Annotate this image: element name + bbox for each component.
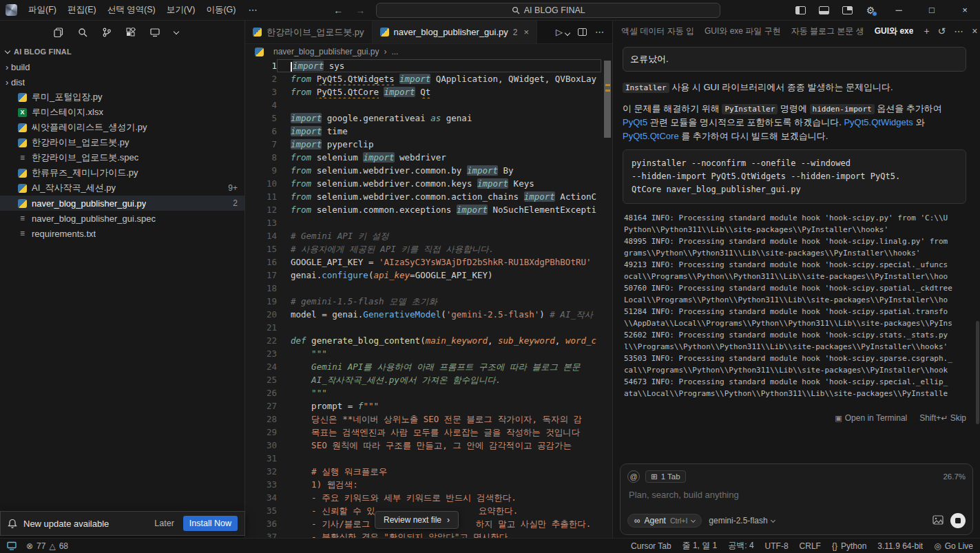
scrollbar-thumb[interactable] bbox=[604, 61, 611, 138]
chat-tab[interactable]: GUI와 exe 파일 구현 bbox=[705, 25, 781, 37]
line-number[interactable]: 24 bbox=[245, 360, 277, 373]
line-number[interactable]: 17 bbox=[245, 269, 277, 282]
tree-item[interactable]: ›build bbox=[0, 59, 244, 74]
status-item[interactable]: 줄 1, 열 1 bbox=[682, 540, 718, 552]
line-number[interactable]: 26 bbox=[245, 386, 277, 399]
line-content[interactable]: from PyQt5.QtWidgets import QApplication… bbox=[277, 72, 601, 85]
symbol-link[interactable]: PyQt5.QtCore bbox=[623, 131, 679, 141]
line-number[interactable]: 22 bbox=[245, 334, 277, 347]
context-tab-chip[interactable]: ⊞ 1 Tab bbox=[645, 470, 686, 483]
menu-overflow-icon[interactable]: ⋯ bbox=[243, 3, 263, 17]
remote-indicator-icon[interactable] bbox=[7, 541, 17, 550]
line-number[interactable]: 16 bbox=[245, 255, 277, 269]
status-item[interactable]: 3.11.9 64-bit bbox=[877, 541, 923, 551]
settings-gear-icon[interactable]: ⚙ bbox=[860, 1, 881, 19]
tree-item[interactable]: 루미_포털입장.py bbox=[0, 90, 244, 105]
code-line[interactable]: 31 bbox=[245, 452, 612, 465]
code-line[interactable]: 27 prompt = f""" bbox=[245, 399, 612, 413]
line-content[interactable]: from selenium.webdriver.common.action_ch… bbox=[277, 190, 601, 203]
line-number[interactable]: 1 bbox=[245, 59, 277, 72]
breadcrumb-file[interactable]: naver_blog_publisher_gui.py bbox=[273, 47, 379, 56]
line-content[interactable]: genai.configure(api_key=GOOGLE_API_KEY) bbox=[277, 269, 601, 282]
line-content[interactable]: - 불확실한 경우 "확인되지 않았다"고 명시한다. bbox=[277, 530, 601, 538]
line-content[interactable]: """ bbox=[277, 347, 601, 360]
line-content[interactable]: from selenium.common.exceptions import N… bbox=[277, 203, 601, 216]
code-editor[interactable]: 1import sys2from PyQt5.QtWidgets import … bbox=[245, 59, 612, 538]
line-number[interactable]: 37 bbox=[245, 530, 277, 538]
customize-layout-icon[interactable] bbox=[837, 1, 857, 19]
code-line[interactable]: 21 bbox=[245, 321, 612, 334]
command-center-search[interactable]: AI BLOG FINAL bbox=[376, 3, 720, 18]
status-item[interactable]: Cursor Tab bbox=[631, 541, 671, 551]
tree-item[interactable]: AI_작사작곡_세션.py9+ bbox=[0, 180, 244, 196]
line-content[interactable] bbox=[277, 282, 601, 295]
explorer-root-header[interactable]: AI BLOG FINAL bbox=[0, 44, 244, 59]
line-number[interactable]: 31 bbox=[245, 452, 277, 465]
skip-button[interactable]: Shift+↵ Skip bbox=[919, 413, 966, 423]
problems-indicator[interactable]: ⊗ 77 △ 68 bbox=[26, 541, 68, 551]
agent-mode-selector[interactable]: ∞ Agent Ctrl+I bbox=[627, 514, 702, 528]
line-number[interactable]: 4 bbox=[245, 98, 277, 112]
code-line[interactable]: 8from selenium import webdriver bbox=[245, 151, 612, 164]
code-line[interactable]: 15# 사용자에게 제공된 API 키를 직접 사용합니다. bbox=[245, 242, 612, 255]
tree-item[interactable]: ›dist bbox=[0, 74, 244, 90]
line-number[interactable]: 12 bbox=[245, 203, 277, 216]
line-number[interactable]: 10 bbox=[245, 177, 277, 190]
code-line[interactable]: 32 # 실행 워크플로우 bbox=[245, 465, 612, 478]
line-content[interactable]: AI_작사작곡_세션.py에서 가져온 함수입니다. bbox=[277, 373, 601, 386]
chevron-down-icon[interactable] bbox=[174, 28, 179, 34]
minimize-button[interactable]: ─ bbox=[884, 0, 914, 20]
line-number[interactable]: 27 bbox=[245, 399, 277, 413]
remote-explorer-icon[interactable] bbox=[150, 28, 160, 37]
code-line[interactable]: 29 목표는 검색엔진과 사람 모두를 사로잡는 글을 작성하는 것입니다 bbox=[245, 426, 612, 439]
chat-tab[interactable]: 자동 블로그 본문 생 bbox=[791, 25, 864, 37]
chat-tab[interactable]: GUI와 exe bbox=[875, 25, 914, 37]
line-content[interactable]: SEO 원칙에 따라 구조를 만들고, 그 안에 감각적이고 공감가는 bbox=[277, 439, 601, 452]
code-line[interactable]: 2from PyQt5.QtWidgets import QApplicatio… bbox=[245, 72, 612, 85]
code-line[interactable]: 25 AI_작사작곡_세션.py에서 가져온 함수입니다. bbox=[245, 373, 612, 386]
line-content[interactable]: prompt = f""" bbox=[277, 399, 601, 413]
line-number[interactable]: 23 bbox=[245, 347, 277, 360]
line-number[interactable]: 30 bbox=[245, 439, 277, 452]
code-line[interactable]: 22def generate_blog_content(main_keyword… bbox=[245, 334, 612, 347]
code-line[interactable]: 33 1) 웹검색: bbox=[245, 478, 612, 491]
chat-input-placeholder[interactable]: Plan, search, build anything bbox=[629, 490, 964, 500]
line-number[interactable]: 8 bbox=[245, 151, 277, 164]
line-content[interactable] bbox=[277, 98, 601, 112]
line-number[interactable]: 32 bbox=[245, 465, 277, 478]
code-line[interactable]: 23 """ bbox=[245, 347, 612, 360]
line-content[interactable]: def generate_blog_content(main_keyword, … bbox=[277, 334, 601, 347]
code-line[interactable]: 14# Gemini API 키 설정 bbox=[245, 229, 612, 242]
editor-tab[interactable]: 한강라이브_업로드봇.py bbox=[245, 21, 373, 43]
status-item[interactable]: ◎Go Live bbox=[934, 541, 973, 551]
symbol-link[interactable]: PyQt5 bbox=[623, 117, 647, 127]
code-line[interactable]: 3from PyQt5.QtCore import Qt bbox=[245, 85, 612, 98]
line-number[interactable]: 11 bbox=[245, 190, 277, 203]
line-content[interactable]: import pyperclip bbox=[277, 138, 601, 151]
chat-history-icon[interactable]: ↺ bbox=[938, 25, 946, 36]
line-number[interactable]: 18 bbox=[245, 282, 277, 295]
code-line[interactable]: 26 """ bbox=[245, 386, 612, 399]
line-content[interactable]: from selenium import webdriver bbox=[277, 151, 601, 164]
line-number[interactable]: 2 bbox=[245, 72, 277, 85]
line-content[interactable]: 목표는 검색엔진과 사람 모두를 사로잡는 글을 작성하는 것입니다 bbox=[277, 426, 601, 439]
code-line[interactable]: 7import pyperclip bbox=[245, 138, 612, 151]
line-content[interactable]: Gemini API를 사용하여 아래 프롬프트 구조에 따라 블로그 본문 bbox=[277, 360, 601, 373]
editor-scrollbar[interactable] bbox=[603, 59, 612, 538]
line-content[interactable]: import google.generativeai as genai bbox=[277, 112, 601, 125]
chat-more-icon[interactable]: ⋯ bbox=[954, 25, 963, 36]
line-number[interactable]: 9 bbox=[245, 164, 277, 177]
line-number[interactable]: 36 bbox=[245, 517, 277, 530]
line-number[interactable]: 14 bbox=[245, 229, 277, 242]
tree-item[interactable]: ≡requirements.txt bbox=[0, 226, 244, 241]
line-number[interactable]: 20 bbox=[245, 308, 277, 321]
new-chat-icon[interactable]: + bbox=[924, 25, 929, 36]
code-line[interactable]: 28 당신은 **네이버 상위노출 SEO 전문 블로그 작가이자, 독자의 감 bbox=[245, 413, 612, 426]
panel-scrollbar[interactable] bbox=[975, 21, 980, 538]
line-number[interactable]: 6 bbox=[245, 125, 277, 138]
line-content[interactable]: # Gemini API 키 설정 bbox=[277, 229, 601, 242]
tree-item[interactable]: naver_blog_publisher_gui.py2 bbox=[0, 196, 244, 211]
code-line[interactable]: 9from selenium.webdriver.common.by impor… bbox=[245, 164, 612, 177]
tab-close-icon[interactable]: × bbox=[524, 27, 530, 37]
symbol-link[interactable]: PyQt5.QtWidgets bbox=[844, 117, 913, 127]
